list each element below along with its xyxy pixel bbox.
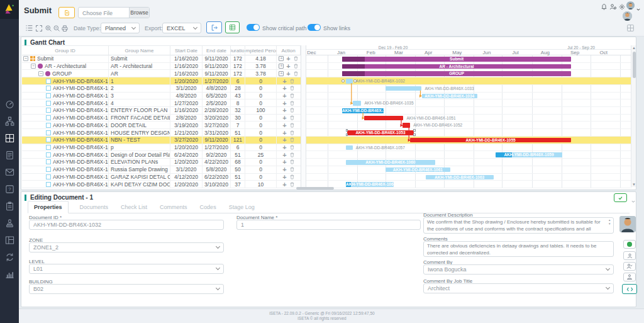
column-header-completed-percent[interactable]: Completed Percent [245, 45, 277, 55]
row-checkbox[interactable] [46, 93, 51, 98]
comment-by-select[interactable]: Iwona Bogucka [423, 264, 614, 275]
gantt-bar[interactable] [353, 101, 362, 106]
delete-row-button[interactable] [289, 144, 295, 150]
resize-handle[interactable] [413, 129, 416, 132]
row-checkbox[interactable] [46, 86, 51, 91]
gantt-bar[interactable] [364, 116, 403, 121]
sidebar-item-gantt-grid[interactable] [0, 130, 19, 147]
table-row[interactable]: −SubmitSubmit1/16/20209/11/20201724.18++ [22, 55, 301, 63]
delete-row-button[interactable] [289, 100, 295, 106]
table-row[interactable]: AKH-YMI-DD-BR46X-1060ELEVATION PLANs1/20… [22, 159, 301, 166]
row-checkbox[interactable] [46, 123, 51, 128]
resize-handle[interactable] [413, 133, 416, 136]
add-row-button[interactable]: + [282, 93, 286, 98]
delete-row-button[interactable] [289, 85, 295, 91]
file-input[interactable]: Choose File Browse [78, 7, 150, 18]
table-row[interactable]: AKH-YMI-DD-BR46X-1063GARAZ KAPISI DETAL … [22, 174, 301, 181]
gantt-bar[interactable]: AKH-YMI-DD-BR46X-1055 [410, 138, 571, 143]
gantt-bar[interactable]: AKH-YMI-DD-BR46X-1061 [386, 167, 451, 173]
add-row-button[interactable]: + [282, 79, 286, 84]
column-header-end-date[interactable]: End date [203, 45, 231, 55]
scroll-down-icon[interactable]: ▼ [631, 182, 636, 187]
add-row-button[interactable]: + [282, 123, 286, 128]
delete-row-button[interactable] [289, 152, 295, 158]
notifications-bell-icon[interactable] [601, 2, 608, 13]
add-row-button[interactable]: + [282, 130, 286, 135]
delete-row-button[interactable] [289, 159, 295, 165]
zoom-out-icon[interactable] [53, 23, 60, 35]
row-checkbox[interactable] [46, 108, 51, 113]
collapse-expander[interactable]: − [31, 64, 36, 69]
fullscreen-icon[interactable] [35, 23, 43, 35]
sidebar-item-dashboard[interactable] [0, 96, 19, 113]
delete-row-button[interactable] [289, 137, 295, 143]
row-checkbox[interactable] [46, 79, 51, 84]
column-header-action[interactable]: Action [277, 45, 301, 55]
table-row[interactable]: AKH-YMI-DD-BR46X-1061Russia Sample Drawi… [22, 166, 301, 174]
expand-all-button[interactable]: + [279, 56, 284, 61]
delete-row-button[interactable] [289, 166, 295, 173]
row-checkbox[interactable] [46, 174, 51, 179]
delete-row-button[interactable] [289, 122, 295, 128]
export-report-button[interactable] [206, 21, 222, 33]
approve-user-button[interactable] [623, 262, 636, 271]
delete-row-button[interactable] [293, 55, 299, 62]
delete-row-button[interactable] [293, 71, 299, 77]
export-excel-button[interactable] [225, 21, 240, 33]
account-chevron-down-icon[interactable] [636, 3, 641, 14]
layout-grid-icon[interactable] [626, 23, 635, 35]
zone-select[interactable]: ZONE1_2 [29, 242, 224, 252]
column-header-group-id[interactable]: Group ID [22, 45, 109, 55]
link-handle[interactable] [341, 79, 345, 82]
expand-all-button[interactable]: + [279, 71, 284, 76]
gantt-bar[interactable]: AKH-YMI-DD-BR46X-1034 [422, 94, 477, 99]
save-check-button[interactable] [614, 193, 627, 202]
assign-user-button[interactable] [623, 251, 636, 260]
link-handle[interactable] [353, 79, 357, 82]
delete-row-button[interactable] [293, 63, 299, 69]
user-avatar[interactable] [626, 1, 635, 9]
print-icon[interactable] [61, 23, 69, 35]
delete-row-button[interactable] [289, 107, 295, 113]
gantt-bar[interactable]: AKH-YMI-DD-BR46X-1063 [426, 175, 494, 180]
expand-all-button[interactable]: + [279, 64, 284, 69]
sidebar-item-mail[interactable] [0, 164, 19, 181]
row-checkbox[interactable] [46, 130, 51, 135]
add-row-button[interactable]: + [282, 101, 286, 106]
export-select[interactable]: EXCEL [162, 23, 201, 33]
user-settings-icon[interactable] [609, 2, 617, 13]
resize-handle[interactable] [346, 133, 348, 136]
zoom-in-icon[interactable] [45, 23, 52, 35]
add-row-button[interactable]: + [282, 174, 286, 179]
row-checkbox[interactable] [46, 137, 51, 142]
table-row[interactable]: AKH-YMI-DD-BR46X-103434/8/20206/5/202043… [22, 93, 301, 100]
add-row-button[interactable]: + [282, 108, 286, 113]
show-critical-path-toggle[interactable] [247, 24, 260, 31]
sidebar-item-documents[interactable] [0, 147, 19, 164]
delete-row-button[interactable] [289, 174, 295, 180]
row-checkbox[interactable] [46, 167, 51, 172]
gantt-bar[interactable] [402, 123, 410, 128]
gantt-bar[interactable] [346, 145, 353, 150]
table-row[interactable]: AKH-YMI-DD-BR46X-103323/1/20204/8/202028… [22, 85, 301, 93]
row-checkbox[interactable] [46, 115, 51, 120]
table-chart-splitter[interactable] [301, 45, 306, 187]
table-row[interactable]: AKH-YMI-DD-BR46X-1055NBN - TEST3/27/2020… [22, 137, 301, 144]
gantt-bar[interactable]: AR - Architectural [342, 64, 571, 69]
task-list-icon[interactable] [25, 23, 33, 35]
table-row[interactable]: AKH-YMI-DD-BR46X-1053HOUSE ENTRY DESIGN1… [22, 129, 301, 137]
sidebar-item-checklist[interactable] [0, 198, 19, 215]
table-row[interactable]: AKH-YMI-DD-BR46X-1051FRONT FACADE DETAIL… [22, 115, 301, 122]
date-type-select[interactable]: Planned [101, 23, 140, 33]
comment-by-job-title-select[interactable]: Architect [423, 283, 614, 293]
tab-properties[interactable]: Properties [28, 201, 69, 213]
upload-button[interactable] [58, 7, 75, 18]
document-name-input[interactable] [236, 220, 421, 230]
table-row[interactable]: AKH-YMI-DD-BR46X-1048ENTERY FLOOR PLAN1/… [22, 107, 301, 115]
table-row[interactable]: AKH-YMI-DD-BR46X-1059Design of Door Deta… [22, 151, 301, 159]
table-row[interactable]: −AR - ArchitecturalAR - Architectural1/1… [22, 63, 301, 71]
level-select[interactable]: L01 [29, 264, 224, 274]
delete-row-button[interactable] [289, 115, 295, 121]
gantt-bar[interactable] [386, 86, 422, 91]
row-checkbox[interactable] [46, 101, 51, 106]
